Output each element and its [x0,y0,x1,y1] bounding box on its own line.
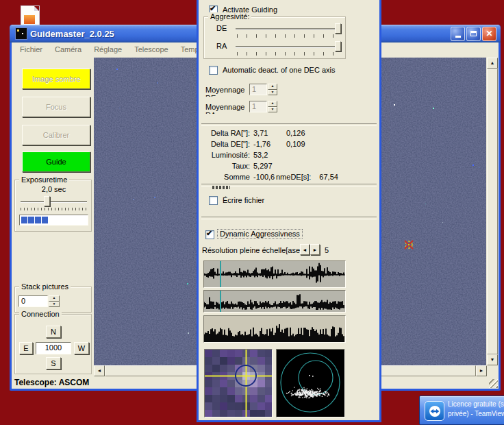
auto-deact-checkbox[interactable] [209,66,218,75]
auto-deact-label: Automatic deact. of one DEC axis [223,66,335,74]
page-fold-icon [34,6,39,11]
menu-reglage[interactable]: Réglage [88,44,128,55]
de-error-histogram [203,290,346,313]
luminosity-histogram [203,315,346,343]
west-button[interactable]: W [74,342,89,354]
stat-delta-de: Delta DE["]:-1,760,109 [201,140,372,148]
exposure-slider-thumb[interactable] [44,196,50,206]
exposure-group-label: Exposuretime [19,175,69,184]
connection-group-label: Connection [19,310,62,318]
app-icon [15,27,27,40]
maximize-button[interactable] [466,27,481,41]
file-preview-icon [24,15,35,24]
stat-delta-ra: Delta RA["]:3,710,126 [201,129,372,137]
south-button[interactable]: S [46,357,61,369]
exposure-value: 2,0 sec [15,185,92,193]
stat-luminosity: Luminosité:53,2 [201,151,372,159]
separator [201,217,377,219]
scroll-right-icon[interactable]: ► [476,365,487,376]
guiding-settings-panel: ✔ Activate Guiding Aggresivité: DE RA Au… [197,0,381,422]
scroll-up-icon[interactable]: ▲ [487,58,498,69]
minimize-button[interactable] [451,27,465,41]
stack-group: Stack pictures 0 ▲▼ [14,287,92,313]
de-slider-ticks [237,34,341,38]
ra-aggressivity-slider[interactable] [236,46,340,47]
dynamic-aggressivness-label: Dynamic Aggressivness [217,229,303,239]
scroll-left-icon[interactable]: ◄ [94,365,105,376]
ra-slider-ticks [237,52,341,56]
spin-down-icon[interactable]: ▼ [268,90,277,96]
aggressivity-group: Aggresivité: DE RA [203,16,346,59]
exposure-progressbar [19,215,88,226]
stack-group-label: Stack pictures [19,282,71,291]
menu-camera[interactable]: Caméra [49,44,88,55]
guide-star-closeup [204,349,273,417]
connection-group: Connection N E 1000 W S [14,314,92,374]
resolution-value: 5 [325,246,329,254]
aggressivity-group-label: Aggresivité: [208,12,251,21]
vertical-scrollbar[interactable]: ▲ ▼ [487,58,498,365]
write-file-checkbox[interactable] [209,196,218,205]
resolution-decrease-icon[interactable]: ◄ [300,244,310,255]
resolution-increase-icon[interactable]: ► [310,244,320,255]
de-aggressivity-slider[interactable] [236,28,340,29]
minimize-icon [455,36,461,38]
write-file-label: Écrire fichier [223,196,264,204]
resize-grip[interactable] [489,379,498,388]
ra-slider-thumb[interactable] [335,41,341,51]
stat-sum: Somme-100,6nmeDE[s]:67,54 [201,173,372,181]
close-button[interactable]: ✕ [482,27,496,41]
averaging-de-spinner[interactable]: ▲▼ [268,84,277,95]
guide-button[interactable]: Guide [22,151,90,172]
separator [201,123,377,126]
exposure-group: Exposuretime 2,0 sec [14,180,92,232]
averaging-ra-spinner[interactable]: ▲▼ [268,101,277,112]
spin-down-icon[interactable]: ▼ [49,302,60,308]
calibrate-button[interactable]: Calibrer [22,125,90,145]
vertical-scroll-thumb[interactable] [487,69,498,354]
averaging-ra-field[interactable]: 1 [249,101,267,112]
menu-telescope[interactable]: Telescope [128,44,175,55]
menu-fichier[interactable]: Fichier [14,44,49,55]
dynamic-aggressivness-checkbox[interactable]: ✔ [205,230,214,239]
averaging-de-label: MoyennageDE [205,86,248,97]
desktop: Guidemaster_2.0.25 ✕ Fichier Caméra Régl… [0,0,504,425]
resolution-label: Résolution pleine échelle[asec]: [202,246,308,254]
check-icon: ✔ [206,229,212,238]
pulse-duration-field[interactable]: 1000 [36,342,71,354]
toast-message: Licence gratuite (s privée) - TeamView [448,400,504,419]
maximize-icon [470,31,477,36]
ra-slider-label: RA [216,42,227,50]
scroll-down-icon[interactable]: ▼ [487,354,498,365]
de-slider-label: DE [216,24,227,32]
de-slider-thumb[interactable] [335,23,341,34]
stack-count-field[interactable]: 0 [18,295,48,307]
east-button[interactable]: E [19,342,33,354]
exposure-slider[interactable] [21,201,87,202]
spin-up-icon[interactable]: ▲ [268,101,277,107]
error-scatter-radar [276,349,345,417]
north-button[interactable]: N [46,326,61,338]
stat-rate: Taux:5,297 [201,162,372,170]
spin-up-icon[interactable]: ▲ [268,84,277,90]
close-icon: ✕ [486,29,492,38]
telescope-status: Telescope: ASCOM [14,378,89,387]
spin-down-icon[interactable]: ▼ [268,107,277,113]
averaging-ra-label: MoyennageRA [205,103,248,114]
focus-button[interactable]: Focus [22,97,90,117]
spin-up-icon[interactable]: ▲ [49,295,60,302]
teamviewer-toast[interactable]: Licence gratuite (s privée) - TeamView [419,396,504,425]
stack-spinner[interactable]: ▲▼ [49,295,60,307]
dark-frame-button[interactable]: Image sombre [22,69,90,89]
averaging-de-field[interactable]: 1 [249,84,267,95]
ra-error-histogram [203,260,346,288]
exposure-ticks [21,208,88,210]
teamviewer-icon [425,401,444,421]
clipped-text-fragment [212,186,230,189]
